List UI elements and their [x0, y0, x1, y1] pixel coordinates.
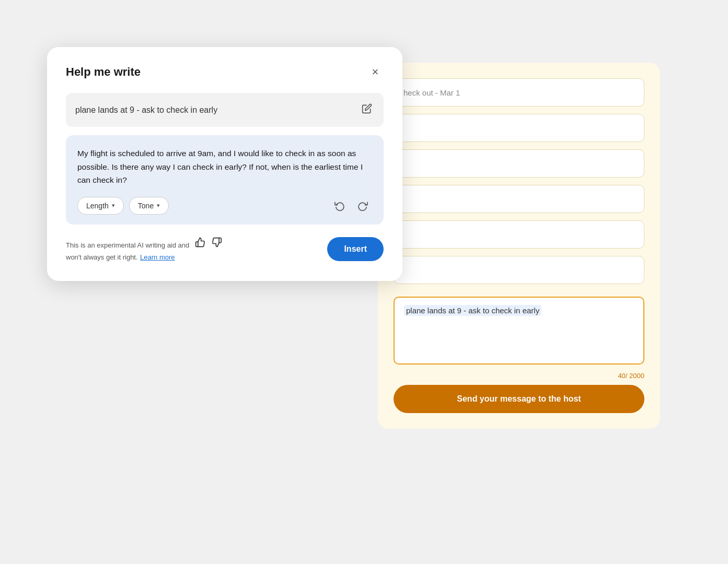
undo-redo-group [330, 196, 372, 215]
checkout-field[interactable]: heck out - Mar 1 [394, 78, 644, 107]
disclaimer-section: This is an experimental AI writing aid a… [66, 236, 319, 263]
message-section: plane lands at 9 - ask to check in early… [394, 297, 644, 413]
help-me-write-dialog: Help me write × plane lands at 9 - ask t… [47, 47, 402, 281]
disclaimer-line: This is an experimental AI writing aid a… [66, 236, 319, 251]
close-button[interactable]: × [367, 64, 384, 80]
undo-icon [334, 201, 345, 211]
tone-chevron-icon: ▾ [157, 202, 160, 209]
insert-button[interactable]: Insert [327, 237, 384, 261]
disclaimer-text-1: This is an experimental AI writing aid a… [66, 241, 189, 249]
feedback-buttons [194, 236, 223, 251]
booking-form-card: heck out - Mar 1 plane lands at 9 - ask … [378, 63, 660, 429]
input-field-3[interactable] [394, 185, 644, 213]
generated-area: My flight is scheduled to arrive at 9am,… [66, 135, 384, 225]
input-field-4[interactable] [394, 220, 644, 249]
undo-button[interactable] [330, 196, 349, 215]
learn-more-link[interactable]: Learn more [140, 253, 175, 261]
disclaimer-line2-row: won't always get it right. Learn more [66, 252, 319, 263]
input-field-2[interactable] [394, 149, 644, 178]
length-chevron-icon: ▾ [112, 202, 115, 209]
prompt-row: plane lands at 9 - ask to check in early [66, 93, 384, 127]
message-textarea[interactable]: plane lands at 9 - ask to check in early [394, 297, 644, 365]
disclaimer-text-2: won't always get it right. [66, 253, 138, 261]
thumbs-down-button[interactable] [211, 236, 223, 251]
redo-button[interactable] [353, 196, 372, 215]
length-dropdown[interactable]: Length ▾ [77, 197, 124, 215]
thumbs-down-icon [212, 237, 222, 248]
char-count: 40/ 2000 [394, 372, 644, 380]
dialog-header: Help me write × [66, 64, 384, 80]
input-field-1[interactable] [394, 114, 644, 142]
thumbs-up-button[interactable] [194, 236, 206, 251]
send-message-button[interactable]: Send your message to the host [394, 385, 644, 413]
redo-icon [357, 201, 368, 211]
generated-text: My flight is scheduled to arrive at 9am,… [77, 147, 372, 187]
dialog-footer: This is an experimental AI writing aid a… [66, 236, 384, 263]
prompt-text: plane lands at 9 - ask to check in early [75, 105, 360, 115]
message-highlighted-text: plane lands at 9 - ask to check in early [404, 305, 541, 316]
edit-icon [362, 103, 372, 114]
controls-row: Length ▾ Tone ▾ [77, 196, 372, 215]
input-field-5[interactable] [394, 256, 644, 284]
tone-dropdown[interactable]: Tone ▾ [129, 197, 169, 215]
edit-prompt-button[interactable] [360, 101, 374, 119]
thumbs-up-icon [195, 237, 205, 248]
dialog-title: Help me write [66, 65, 141, 79]
